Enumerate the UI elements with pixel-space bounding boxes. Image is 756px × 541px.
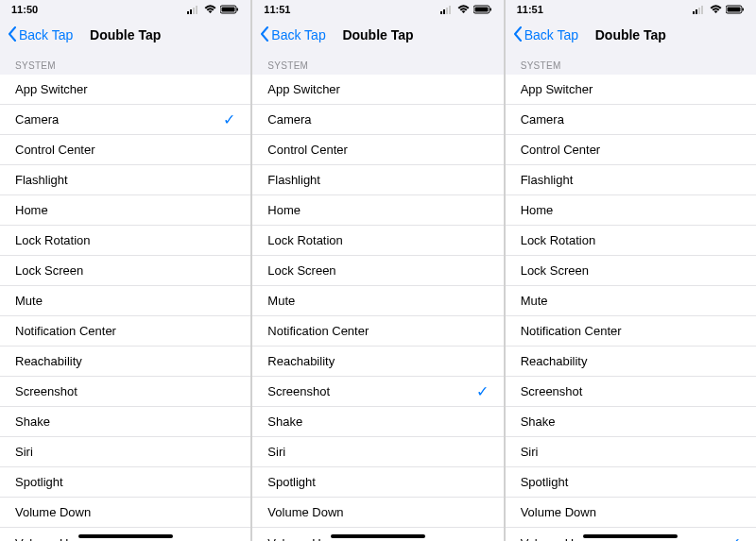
list-item-label: Volume Down	[521, 505, 596, 519]
list-item[interactable]: Screenshot✓	[252, 377, 503, 407]
list-item[interactable]: Notification Center	[506, 316, 756, 347]
svg-rect-15	[696, 9, 697, 14]
list-item-label: Flashlight	[267, 173, 320, 187]
settings-list: App Switcher Camera✓ Control Center Flas…	[0, 75, 250, 541]
list-item[interactable]: Flashlight	[506, 165, 756, 195]
list-item-label: Spotlight	[15, 475, 63, 489]
home-indicator[interactable]	[583, 534, 678, 538]
settings-list: App Switcher Camera Control Center Flash…	[506, 75, 756, 541]
list-item-label: Siri	[267, 445, 285, 459]
home-indicator[interactable]	[331, 534, 425, 538]
svg-rect-2	[193, 8, 195, 14]
status-bar: 11:51	[506, 0, 756, 19]
list-item[interactable]: Mute	[506, 286, 756, 316]
list-item[interactable]: Lock Screen	[252, 256, 503, 286]
list-item[interactable]: Volume Down	[0, 498, 250, 528]
list-item-label: Notification Center	[15, 324, 116, 338]
list-item[interactable]: App Switcher	[506, 75, 756, 105]
list-item[interactable]: Flashlight	[0, 165, 250, 195]
list-item[interactable]: Screenshot	[506, 377, 756, 407]
list-item[interactable]: Lock Rotation	[0, 226, 250, 256]
list-item-label: Mute	[267, 294, 295, 308]
list-item-label: Volume Down	[267, 505, 343, 519]
list-item-label: Notification Center	[267, 324, 369, 338]
battery-icon	[726, 5, 745, 14]
section-header: SYSTEM	[0, 51, 250, 75]
list-item[interactable]: Home	[506, 195, 756, 226]
list-item-label: Home	[15, 203, 48, 217]
list-item[interactable]: App Switcher	[0, 75, 250, 105]
chevron-left-icon	[260, 26, 269, 44]
list-item-label: Lock Screen	[267, 263, 335, 278]
section-header: SYSTEM	[506, 51, 756, 75]
list-item[interactable]: Volume Down	[252, 498, 503, 528]
list-item[interactable]: App Switcher	[252, 75, 503, 105]
section-header: SYSTEM	[252, 51, 503, 75]
list-item[interactable]: Home	[0, 195, 250, 226]
list-item[interactable]: Reachability	[252, 347, 503, 377]
list-item[interactable]: Shake	[0, 407, 250, 437]
list-item[interactable]: Siri	[0, 437, 250, 467]
list-item-label: Camera	[521, 112, 564, 127]
list-item-label: Mute	[15, 294, 43, 308]
home-indicator[interactable]	[78, 534, 173, 538]
status-indicators	[187, 5, 239, 14]
list-item[interactable]: Siri	[506, 437, 756, 467]
list-item[interactable]: Home	[252, 195, 503, 226]
list-item-label: Screenshot	[521, 384, 583, 398]
list-item[interactable]: Lock Rotation	[506, 226, 756, 256]
wifi-icon	[710, 5, 722, 14]
svg-rect-1	[190, 9, 192, 14]
list-item[interactable]: Flashlight	[252, 165, 503, 195]
list-item-label: Home	[267, 203, 301, 217]
list-item-label: Notification Center	[521, 324, 622, 338]
list-item[interactable]: Lock Screen	[0, 256, 250, 286]
wifi-icon	[457, 5, 470, 14]
svg-rect-3	[196, 6, 198, 14]
list-item-label: Flashlight	[15, 173, 68, 187]
status-bar: 11:50	[0, 0, 250, 19]
list-item[interactable]: Shake	[506, 407, 756, 437]
svg-rect-7	[440, 11, 442, 14]
list-item-label: Lock Rotation	[267, 233, 343, 247]
status-bar: 11:51	[252, 0, 503, 19]
list-item[interactable]: Control Center	[252, 135, 503, 165]
list-item[interactable]: Reachability	[506, 347, 756, 377]
status-time: 11:51	[517, 4, 543, 15]
list-item[interactable]: Lock Rotation	[252, 226, 503, 256]
svg-rect-5	[222, 8, 235, 12]
list-item-label: Control Center	[267, 143, 348, 157]
list-item[interactable]: Spotlight	[506, 467, 756, 498]
list-item[interactable]: Reachability	[0, 347, 250, 377]
svg-rect-13	[490, 8, 491, 11]
list-item[interactable]: Camera✓	[0, 105, 250, 135]
svg-rect-9	[446, 8, 448, 14]
list-item-label: Lock Rotation	[521, 233, 596, 247]
list-item[interactable]: Spotlight	[0, 467, 250, 498]
list-item[interactable]: Mute	[252, 286, 503, 316]
back-button[interactable]: Back Tap	[513, 26, 578, 44]
list-item[interactable]: Notification Center	[0, 316, 250, 347]
list-item-label: Siri	[521, 445, 539, 459]
list-item[interactable]: Lock Screen	[506, 256, 756, 286]
list-item[interactable]: Siri	[252, 437, 503, 467]
list-item[interactable]: Volume Down	[506, 498, 756, 528]
list-item[interactable]: Screenshot	[0, 377, 250, 407]
list-item[interactable]: Control Center	[0, 135, 250, 165]
chevron-left-icon	[513, 26, 523, 44]
list-item[interactable]: Control Center	[506, 135, 756, 165]
svg-rect-8	[443, 9, 445, 14]
list-item[interactable]: Spotlight	[252, 467, 503, 498]
list-item[interactable]: Mute	[0, 286, 250, 316]
list-item[interactable]: Camera	[252, 105, 503, 135]
list-item[interactable]: Notification Center	[252, 316, 503, 347]
list-item-label: Camera	[267, 112, 311, 127]
page-title: Double Tap	[595, 27, 666, 42]
list-item-label: Lock Screen	[521, 263, 589, 278]
list-item-label: Shake	[267, 414, 302, 429]
list-item[interactable]: Shake	[252, 407, 503, 437]
back-button[interactable]: Back Tap	[260, 26, 325, 44]
svg-rect-6	[237, 8, 239, 11]
list-item[interactable]: Camera	[506, 105, 756, 135]
back-button[interactable]: Back Tap	[8, 26, 73, 44]
